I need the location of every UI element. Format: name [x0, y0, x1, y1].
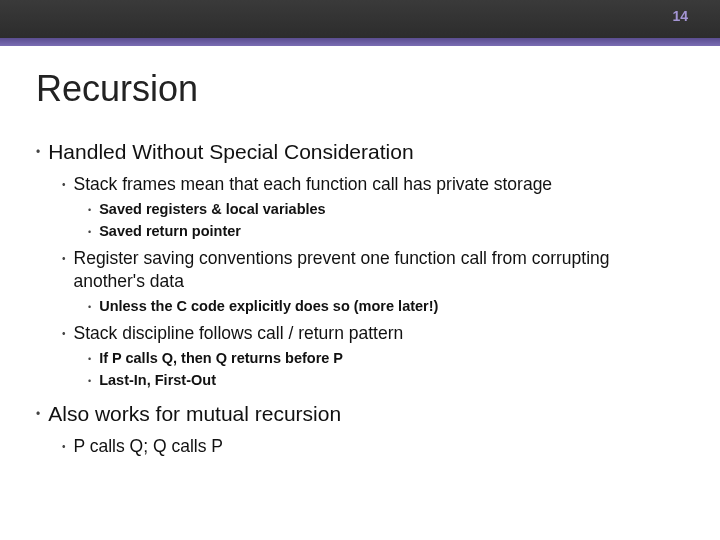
- list-item: • Also works for mutual recursion • P ca…: [36, 400, 684, 458]
- accent-bar: [0, 38, 720, 46]
- list-item: • Handled Without Special Consideration …: [36, 138, 684, 390]
- list-item: •Saved registers & local variables: [88, 200, 684, 220]
- list-item: • P calls Q; Q calls P: [62, 435, 684, 458]
- bullet-list: • Handled Without Special Consideration …: [36, 138, 684, 458]
- bullet-text: Saved return pointer: [99, 222, 241, 242]
- bullet-text: If P calls Q, then Q returns before P: [99, 349, 343, 369]
- bullet-icon: •: [62, 328, 66, 339]
- slide-content: Recursion • Handled Without Special Cons…: [0, 46, 720, 458]
- list-item: • Stack discipline follows call / return…: [62, 322, 684, 390]
- bullet-text: Saved registers & local variables: [99, 200, 326, 220]
- bullet-icon: •: [36, 407, 40, 421]
- bullet-icon: •: [88, 205, 91, 215]
- bullet-icon: •: [62, 179, 66, 190]
- bullet-icon: •: [88, 354, 91, 364]
- bullet-text: Unless the C code explicitly does so (mo…: [99, 297, 438, 317]
- list-item: •Last-In, First-Out: [88, 371, 684, 391]
- bullet-icon: •: [62, 441, 66, 452]
- slide-title: Recursion: [36, 68, 684, 110]
- bullet-text: Stack discipline follows call / return p…: [74, 322, 404, 345]
- list-item: •Unless the C code explicitly does so (m…: [88, 297, 684, 317]
- bullet-icon: •: [62, 253, 66, 264]
- bullet-icon: •: [36, 145, 40, 159]
- list-item: • Register saving conventions prevent on…: [62, 247, 684, 316]
- bullet-text: Stack frames mean that each function cal…: [74, 173, 553, 196]
- bullet-text: Last-In, First-Out: [99, 371, 216, 391]
- bullet-text: P calls Q; Q calls P: [74, 435, 223, 458]
- bullet-icon: •: [88, 376, 91, 386]
- bullet-icon: •: [88, 227, 91, 237]
- bullet-text: Also works for mutual recursion: [48, 400, 341, 427]
- page-number: 14: [672, 8, 688, 24]
- slide-header: 14: [0, 0, 720, 38]
- bullet-text: Register saving conventions prevent one …: [74, 247, 684, 293]
- bullet-text: Handled Without Special Consideration: [48, 138, 413, 165]
- list-item: • Stack frames mean that each function c…: [62, 173, 684, 241]
- list-item: •Saved return pointer: [88, 222, 684, 242]
- bullet-icon: •: [88, 302, 91, 312]
- list-item: •If P calls Q, then Q returns before P: [88, 349, 684, 369]
